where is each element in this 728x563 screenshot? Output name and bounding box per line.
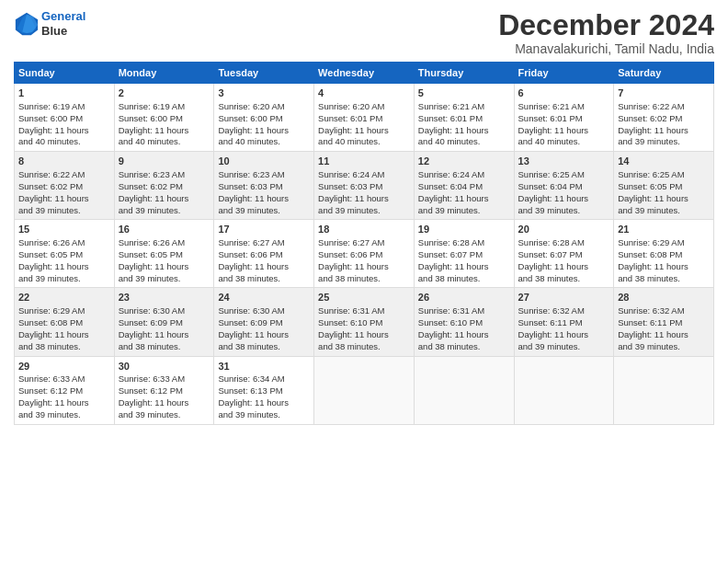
calendar-cell: 31Sunrise: 6:34 AMSunset: 6:13 PMDayligh…: [214, 356, 314, 424]
day-number: 15: [18, 223, 110, 236]
subtitle: Manavalakurichi, Tamil Nadu, India: [498, 41, 714, 56]
day-number: 18: [318, 223, 410, 236]
calendar-cell: 19Sunrise: 6:28 AMSunset: 6:07 PMDayligh…: [414, 220, 514, 288]
calendar-cell: [314, 356, 415, 424]
header-row: Sunday Monday Tuesday Wednesday Thursday…: [15, 63, 714, 84]
calendar-cell: 11Sunrise: 6:24 AMSunset: 6:03 PMDayligh…: [314, 152, 415, 220]
day-number: 1: [18, 86, 110, 100]
calendar-cell: 25Sunrise: 6:31 AMSunset: 6:10 PMDayligh…: [314, 288, 415, 356]
col-friday: Friday: [514, 63, 614, 84]
calendar-cell: 6Sunrise: 6:21 AMSunset: 6:01 PMDaylight…: [514, 84, 614, 152]
day-number: 22: [18, 291, 110, 304]
calendar-cell: 4Sunrise: 6:20 AMSunset: 6:01 PMDaylight…: [314, 84, 415, 152]
calendar-cell: 24Sunrise: 6:30 AMSunset: 6:09 PMDayligh…: [214, 288, 314, 356]
day-number: 25: [318, 291, 410, 304]
calendar-cell: 23Sunrise: 6:30 AMSunset: 6:09 PMDayligh…: [114, 288, 214, 356]
day-number: 31: [218, 360, 310, 373]
calendar-cell: 8Sunrise: 6:22 AMSunset: 6:02 PMDaylight…: [15, 152, 115, 220]
calendar-cell: 16Sunrise: 6:26 AMSunset: 6:05 PMDayligh…: [114, 220, 214, 288]
day-number: 20: [518, 223, 610, 236]
calendar-cell: 17Sunrise: 6:27 AMSunset: 6:06 PMDayligh…: [214, 220, 314, 288]
calendar-table: Sunday Monday Tuesday Wednesday Thursday…: [14, 62, 714, 424]
calendar-cell: 20Sunrise: 6:28 AMSunset: 6:07 PMDayligh…: [514, 220, 614, 288]
day-number: 3: [218, 86, 310, 100]
logo-icon: [14, 11, 40, 37]
header: General Blue December 2024 Manavalakuric…: [14, 9, 714, 56]
calendar-cell: 3Sunrise: 6:20 AMSunset: 6:00 PMDaylight…: [214, 84, 314, 152]
logo: General Blue: [14, 9, 85, 38]
day-number: 14: [618, 155, 710, 168]
day-number: 8: [18, 155, 110, 168]
calendar-cell: [414, 356, 514, 424]
col-thursday: Thursday: [414, 63, 514, 84]
calendar-cell: 18Sunrise: 6:27 AMSunset: 6:06 PMDayligh…: [314, 220, 415, 288]
day-number: 26: [418, 291, 510, 304]
calendar-cell: 2Sunrise: 6:19 AMSunset: 6:00 PMDaylight…: [114, 84, 214, 152]
calendar-cell: [614, 356, 714, 424]
day-number: 30: [119, 360, 210, 373]
day-number: 10: [218, 155, 310, 168]
day-number: 24: [218, 291, 310, 304]
calendar-cell: 29Sunrise: 6:33 AMSunset: 6:12 PMDayligh…: [15, 356, 115, 424]
title-block: December 2024 Manavalakurichi, Tamil Nad…: [498, 9, 714, 56]
calendar-cell: 12Sunrise: 6:24 AMSunset: 6:04 PMDayligh…: [414, 152, 514, 220]
calendar-row-4: 22Sunrise: 6:29 AMSunset: 6:08 PMDayligh…: [15, 288, 714, 356]
day-number: 19: [418, 223, 510, 236]
page-container: General Blue December 2024 Manavalakuric…: [0, 0, 728, 430]
col-saturday: Saturday: [614, 63, 714, 84]
calendar-cell: 30Sunrise: 6:33 AMSunset: 6:12 PMDayligh…: [114, 356, 214, 424]
calendar-cell: 21Sunrise: 6:29 AMSunset: 6:08 PMDayligh…: [614, 220, 714, 288]
day-number: 16: [119, 223, 210, 236]
day-number: 11: [318, 155, 410, 168]
calendar-body: 1Sunrise: 6:19 AMSunset: 6:00 PMDaylight…: [15, 84, 714, 424]
calendar-cell: 1Sunrise: 6:19 AMSunset: 6:00 PMDaylight…: [15, 84, 115, 152]
calendar-cell: 15Sunrise: 6:26 AMSunset: 6:05 PMDayligh…: [15, 220, 115, 288]
col-sunday: Sunday: [15, 63, 115, 84]
day-number: 13: [518, 155, 610, 168]
day-number: 29: [18, 360, 110, 373]
calendar-cell: 27Sunrise: 6:32 AMSunset: 6:11 PMDayligh…: [514, 288, 614, 356]
day-number: 2: [119, 86, 210, 100]
main-title: December 2024: [498, 9, 714, 41]
day-number: 7: [618, 86, 710, 100]
calendar-row-3: 15Sunrise: 6:26 AMSunset: 6:05 PMDayligh…: [15, 220, 714, 288]
calendar-cell: 14Sunrise: 6:25 AMSunset: 6:05 PMDayligh…: [614, 152, 714, 220]
day-number: 21: [618, 223, 710, 236]
calendar-row-2: 8Sunrise: 6:22 AMSunset: 6:02 PMDaylight…: [15, 152, 714, 220]
calendar-cell: 28Sunrise: 6:32 AMSunset: 6:11 PMDayligh…: [614, 288, 714, 356]
day-number: 5: [418, 86, 510, 100]
logo-text: General Blue: [41, 9, 85, 38]
day-number: 27: [518, 291, 610, 304]
col-monday: Monday: [114, 63, 214, 84]
calendar-cell: 9Sunrise: 6:23 AMSunset: 6:02 PMDaylight…: [114, 152, 214, 220]
day-number: 6: [518, 86, 610, 100]
day-number: 23: [119, 291, 210, 304]
calendar-cell: 26Sunrise: 6:31 AMSunset: 6:10 PMDayligh…: [414, 288, 514, 356]
calendar-cell: 7Sunrise: 6:22 AMSunset: 6:02 PMDaylight…: [614, 84, 714, 152]
day-number: 12: [418, 155, 510, 168]
day-number: 9: [119, 155, 210, 168]
calendar-cell: 13Sunrise: 6:25 AMSunset: 6:04 PMDayligh…: [514, 152, 614, 220]
day-number: 4: [318, 86, 410, 100]
calendar-row-5: 29Sunrise: 6:33 AMSunset: 6:12 PMDayligh…: [15, 356, 714, 424]
calendar-cell: 22Sunrise: 6:29 AMSunset: 6:08 PMDayligh…: [15, 288, 115, 356]
calendar-cell: 10Sunrise: 6:23 AMSunset: 6:03 PMDayligh…: [214, 152, 314, 220]
col-tuesday: Tuesday: [214, 63, 314, 84]
calendar-cell: 5Sunrise: 6:21 AMSunset: 6:01 PMDaylight…: [414, 84, 514, 152]
day-number: 17: [218, 223, 310, 236]
day-number: 28: [618, 291, 710, 304]
col-wednesday: Wednesday: [314, 63, 415, 84]
calendar-row-1: 1Sunrise: 6:19 AMSunset: 6:00 PMDaylight…: [15, 84, 714, 152]
calendar-cell: [514, 356, 614, 424]
